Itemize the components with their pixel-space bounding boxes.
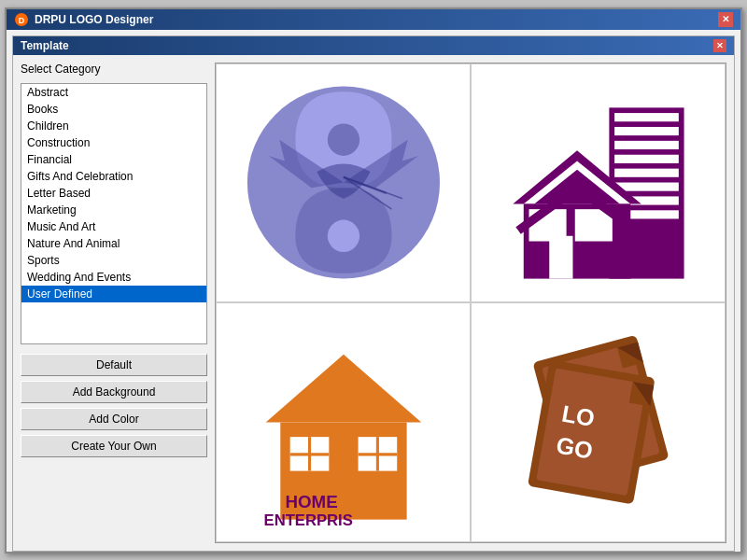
app-close-button[interactable]: ✕ [718,12,733,27]
left-panel: Select Category AbstractBooksChildrenCon… [21,63,207,543]
category-item-children[interactable]: Children [21,118,206,134]
add-background-button[interactable]: Add Background [21,381,207,403]
template-dialog: Template ✕ Select Category AbstractBooks… [12,35,735,552]
svg-text:LO: LO [559,399,596,431]
template-logo-stamp[interactable]: LO GO [471,302,726,542]
svg-rect-39 [536,368,646,496]
svg-rect-9 [614,113,679,121]
svg-rect-23 [549,236,572,279]
svg-point-3 [327,124,359,156]
svg-rect-10 [614,127,679,135]
category-item-nature_and_animal[interactable]: Nature And Animal [21,235,206,252]
app-title: DRPU LOGO Designer [35,13,153,26]
title-bar: D DRPU LOGO Designer ✕ [7,9,740,30]
category-item-sports[interactable]: Sports [21,252,206,269]
svg-text:HOME: HOME [285,492,337,511]
template-yin-yang-fish[interactable] [216,63,471,303]
add-color-button[interactable]: Add Color [21,408,207,430]
template-home-enterprise[interactable]: HOME ENTERPRIS [216,302,471,542]
category-item-abstract[interactable]: Abstract [21,84,206,101]
category-item-letter_based[interactable]: Letter Based [21,185,206,202]
dialog-title-bar: Template ✕ [13,36,734,55]
category-item-gifts_and_celebration[interactable]: Gifts And Celebration [21,168,206,185]
create-your-own-button[interactable]: Create Your Own [21,435,207,457]
buttons-section: Default Add Background Add Color Create … [21,354,207,457]
svg-rect-11 [614,141,679,149]
select-category-label: Select Category [21,63,207,76]
svg-marker-24 [265,354,421,422]
template-grid: HOME ENTERPRIS [215,63,726,543]
category-item-user_defined[interactable]: User Defined [21,286,206,302]
category-item-marketing[interactable]: Marketing [21,202,206,218]
category-list[interactable]: AbstractBooksChildrenConstructionFinanci… [21,83,207,344]
svg-point-4 [327,220,359,252]
template-building[interactable] [471,63,726,303]
dialog-title: Template [21,39,69,52]
svg-text:ENTERPRIS: ENTERPRIS [263,511,352,529]
dialog-content: Select Category AbstractBooksChildrenCon… [13,55,734,551]
category-item-books[interactable]: Books [21,101,206,118]
category-item-construction[interactable]: Construction [21,134,206,151]
dialog-close-button[interactable]: ✕ [713,39,726,52]
category-item-wedding_and_events[interactable]: Wedding And Events [21,269,206,286]
svg-text:D: D [19,16,25,25]
category-item-financial[interactable]: Financial [21,151,206,168]
app-icon: D [14,12,29,27]
category-item-music_and_art[interactable]: Music And Art [21,218,206,235]
svg-rect-13 [614,169,679,177]
svg-rect-12 [614,155,679,163]
main-window: D DRPU LOGO Designer ✕ Template ✕ Select… [5,7,742,553]
title-bar-left: D DRPU LOGO Designer [14,12,153,27]
default-button[interactable]: Default [21,354,207,376]
